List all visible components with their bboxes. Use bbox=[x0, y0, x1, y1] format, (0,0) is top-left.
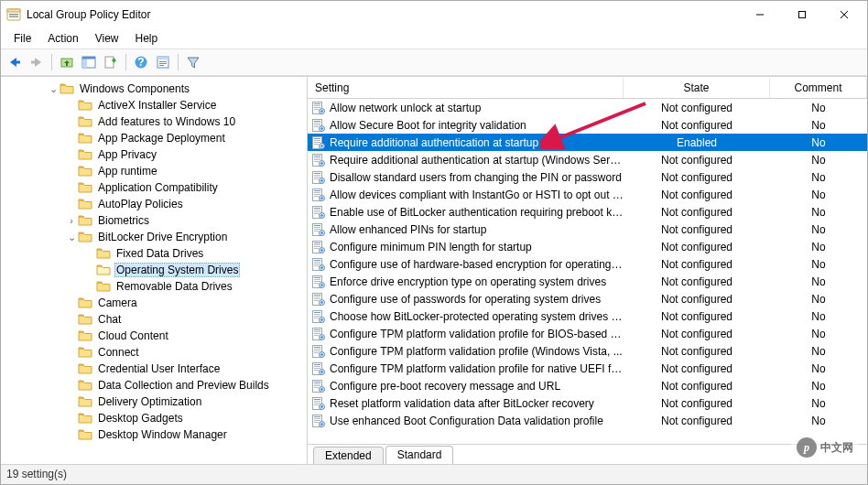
setting-comment: No bbox=[770, 380, 867, 393]
list-pane: Setting State Comment Allow network unlo… bbox=[308, 77, 867, 464]
col-state[interactable]: State bbox=[624, 78, 770, 98]
setting-row[interactable]: Require additional authentication at sta… bbox=[308, 134, 867, 151]
setting-row[interactable]: Allow network unlock at startupNot confi… bbox=[308, 99, 867, 116]
tree-item[interactable]: Data Collection and Preview Builds bbox=[1, 377, 307, 393]
setting-name: Configure pre-boot recovery message and … bbox=[330, 380, 624, 393]
tree-item[interactable]: Chat bbox=[1, 311, 307, 328]
toolbar-separator bbox=[51, 54, 52, 70]
setting-row[interactable]: Allow Secure Boot for integrity validati… bbox=[308, 116, 867, 134]
svg-rect-151 bbox=[314, 382, 320, 383]
svg-rect-170 bbox=[314, 422, 319, 423]
close-button[interactable] bbox=[823, 1, 865, 28]
tree-label: Delivery Optimization bbox=[96, 395, 203, 408]
column-headers[interactable]: Setting State Comment bbox=[308, 77, 867, 99]
setting-name: Allow network unlock at startup bbox=[330, 102, 624, 114]
tree-item[interactable]: ⌄BitLocker Drive Encryption bbox=[1, 229, 307, 245]
setting-row[interactable]: Choose how BitLocker-protected operating… bbox=[308, 307, 867, 325]
svg-rect-80 bbox=[314, 227, 320, 228]
setting-row[interactable]: Use enhanced Boot Configuration Data val… bbox=[308, 412, 867, 429]
setting-row[interactable]: Enable use of BitLocker authentication r… bbox=[308, 203, 867, 221]
setting-name: Reset platform validation data after Bit… bbox=[330, 397, 624, 410]
tree-item[interactable]: Application Compatibility bbox=[1, 179, 307, 196]
setting-row[interactable]: Configure pre-boot recovery message and … bbox=[308, 377, 867, 394]
setting-comment: No bbox=[770, 310, 867, 323]
menu-help[interactable]: Help bbox=[128, 30, 166, 47]
tree-item[interactable]: Operating System Drives bbox=[1, 262, 307, 278]
svg-rect-135 bbox=[314, 347, 320, 348]
setting-name: Configure use of passwords for operating… bbox=[330, 293, 624, 306]
menu-view[interactable]: View bbox=[88, 30, 126, 47]
setting-comment: No bbox=[770, 171, 867, 184]
setting-row[interactable]: Configure minimum PIN length for startup… bbox=[308, 238, 867, 255]
svg-rect-153 bbox=[314, 385, 320, 386]
svg-rect-20 bbox=[159, 63, 167, 64]
setting-state: Not configured bbox=[624, 362, 770, 375]
svg-rect-77 bbox=[321, 214, 322, 217]
minimize-button[interactable] bbox=[739, 1, 781, 28]
svg-rect-3 bbox=[9, 16, 18, 17]
col-comment[interactable]: Comment bbox=[770, 78, 867, 98]
tree-item[interactable]: App Package Deployment bbox=[1, 130, 307, 146]
setting-row[interactable]: Configure TPM platform validation profil… bbox=[308, 360, 867, 377]
tree-pane[interactable]: ⌄Windows ComponentsActiveX Installer Ser… bbox=[1, 77, 308, 464]
toolbar-separator bbox=[125, 54, 126, 70]
expand-icon[interactable]: › bbox=[65, 215, 78, 226]
svg-rect-161 bbox=[314, 403, 320, 404]
setting-row[interactable]: Disallow standard users from changing th… bbox=[308, 168, 867, 186]
setting-row[interactable]: Enforce drive encryption type on operati… bbox=[308, 273, 867, 290]
maximize-button[interactable] bbox=[781, 1, 823, 28]
watermark-text: 中文网 bbox=[820, 440, 853, 456]
tree-item[interactable]: ActiveX Installer Service bbox=[1, 97, 307, 113]
tree-item[interactable]: Delivery Optimization bbox=[1, 393, 307, 410]
svg-rect-111 bbox=[314, 295, 320, 296]
setting-comment: No bbox=[770, 241, 867, 253]
tree-item[interactable]: Fixed Data Drives bbox=[1, 245, 307, 262]
tree-label: Windows Components bbox=[78, 82, 191, 95]
setting-row[interactable]: Allow devices compliant with InstantGo o… bbox=[308, 186, 867, 203]
setting-row[interactable]: Allow enhanced PINs for startupNot confi… bbox=[308, 221, 867, 238]
tree-item[interactable]: Credential User Interface bbox=[1, 361, 307, 377]
setting-row[interactable]: Configure use of hardware-based encrypti… bbox=[308, 255, 867, 273]
expand-icon[interactable]: ⌄ bbox=[65, 232, 78, 243]
tree-item[interactable]: Add features to Windows 10 bbox=[1, 113, 307, 130]
up-button[interactable] bbox=[57, 52, 77, 72]
export-button[interactable] bbox=[101, 52, 121, 72]
setting-row[interactable]: Configure use of passwords for operating… bbox=[308, 290, 867, 307]
tree-item[interactable]: Desktop Window Manager bbox=[1, 426, 307, 443]
setting-row[interactable]: Reset platform validation data after Bit… bbox=[308, 394, 867, 412]
svg-rect-88 bbox=[314, 244, 320, 245]
setting-row[interactable]: Require additional authentication at sta… bbox=[308, 151, 867, 168]
setting-row[interactable]: Configure TPM platform validation profil… bbox=[308, 325, 867, 342]
tree-item[interactable]: AutoPlay Policies bbox=[1, 196, 307, 212]
tree-item[interactable]: ⌄Windows Components bbox=[1, 81, 307, 97]
tree-item[interactable]: Camera bbox=[1, 295, 307, 311]
tree-item[interactable]: Cloud Content bbox=[1, 328, 307, 344]
settings-list[interactable]: Allow network unlock at startupNot confi… bbox=[308, 99, 867, 444]
back-button[interactable] bbox=[5, 52, 25, 72]
menu-file[interactable]: File bbox=[6, 30, 38, 47]
properties-button[interactable] bbox=[153, 52, 173, 72]
show-hide-tree-button[interactable] bbox=[79, 52, 99, 72]
filter-button[interactable] bbox=[183, 52, 203, 72]
menu-action[interactable]: Action bbox=[40, 30, 85, 47]
setting-row[interactable]: Configure TPM platform validation profil… bbox=[308, 342, 867, 360]
forward-button[interactable] bbox=[27, 52, 47, 72]
tree-item[interactable]: Removable Data Drives bbox=[1, 278, 307, 295]
tree-item[interactable]: App Privacy bbox=[1, 146, 307, 163]
svg-rect-97 bbox=[314, 264, 320, 264]
tab-standard[interactable]: Standard bbox=[385, 446, 454, 464]
tree-item[interactable]: Desktop Gadgets bbox=[1, 410, 307, 426]
help-button[interactable]: ? bbox=[131, 52, 151, 72]
svg-rect-33 bbox=[314, 124, 320, 125]
expand-icon[interactable]: ⌄ bbox=[47, 83, 60, 95]
tree-item[interactable]: Connect bbox=[1, 344, 307, 361]
tree-label: Biometrics bbox=[96, 214, 151, 227]
tree-item[interactable]: ›Biometrics bbox=[1, 212, 307, 229]
svg-rect-8 bbox=[16, 61, 20, 64]
col-setting[interactable]: Setting bbox=[308, 78, 624, 98]
svg-rect-5 bbox=[799, 12, 806, 18]
svg-rect-25 bbox=[314, 107, 320, 108]
tree-item[interactable]: App runtime bbox=[1, 163, 307, 179]
app-icon bbox=[6, 7, 21, 22]
tab-extended[interactable]: Extended bbox=[313, 447, 384, 464]
